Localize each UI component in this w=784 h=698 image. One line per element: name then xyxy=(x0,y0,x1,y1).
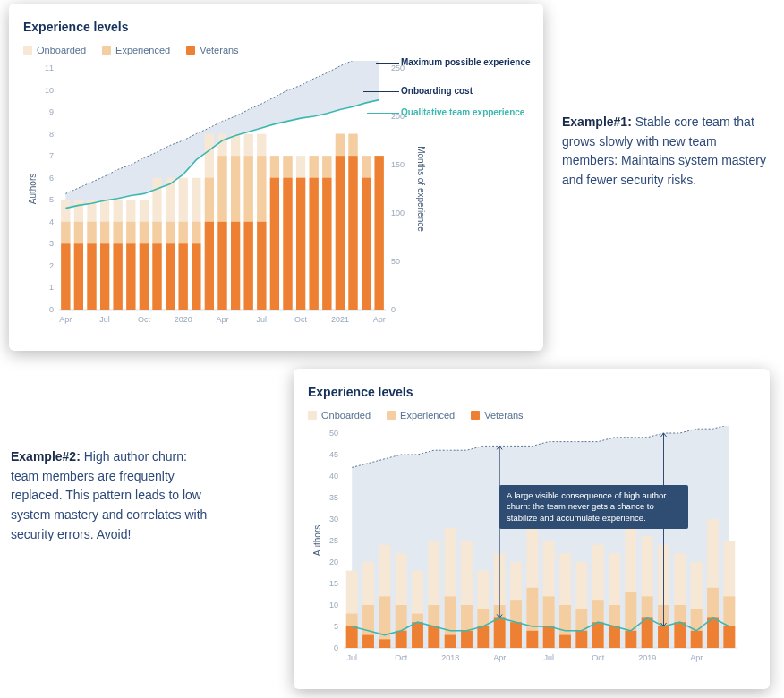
svg-text:Oct: Oct xyxy=(592,653,605,662)
annot-onboard-cost: Onboarding cost xyxy=(401,86,473,97)
svg-text:Jul: Jul xyxy=(346,653,357,662)
svg-text:0: 0 xyxy=(391,305,396,314)
svg-rect-168 xyxy=(346,626,358,648)
svg-text:Apr: Apr xyxy=(690,653,703,662)
annot-max-exp: Maximum possible experience xyxy=(401,57,531,68)
svg-rect-94 xyxy=(348,156,357,310)
chart-title: Experience levels xyxy=(308,385,755,399)
svg-rect-80 xyxy=(166,243,175,310)
svg-text:Jul: Jul xyxy=(257,315,268,324)
svg-rect-93 xyxy=(336,156,345,310)
swatch-experienced xyxy=(387,411,396,420)
svg-text:30: 30 xyxy=(329,515,338,524)
svg-rect-90 xyxy=(296,178,305,310)
svg-rect-76 xyxy=(114,243,123,310)
svg-rect-87 xyxy=(257,222,266,310)
svg-text:5: 5 xyxy=(49,195,54,204)
svg-rect-175 xyxy=(461,631,473,648)
svg-rect-174 xyxy=(445,635,456,648)
svg-rect-95 xyxy=(362,178,371,310)
svg-text:35: 35 xyxy=(329,493,338,502)
swatch-onboarded xyxy=(308,411,317,420)
svg-rect-75 xyxy=(100,243,109,310)
svg-text:5: 5 xyxy=(334,622,338,631)
svg-text:1: 1 xyxy=(49,283,54,292)
svg-rect-88 xyxy=(270,178,279,310)
svg-text:2018: 2018 xyxy=(441,653,459,662)
svg-rect-74 xyxy=(87,243,96,310)
svg-text:Authors: Authors xyxy=(312,525,322,556)
svg-rect-180 xyxy=(543,626,555,648)
svg-rect-187 xyxy=(658,626,669,648)
svg-rect-181 xyxy=(559,635,571,648)
svg-rect-190 xyxy=(707,617,719,648)
svg-text:Oct: Oct xyxy=(395,653,408,662)
tooltip-churn: A large visible consequence of high auth… xyxy=(499,485,688,529)
svg-rect-172 xyxy=(412,622,423,648)
svg-rect-85 xyxy=(231,222,240,310)
svg-marker-119 xyxy=(352,426,729,648)
chart-svg-2: 05101520253035404550AuthorsJulOct2018Apr… xyxy=(308,426,746,668)
svg-rect-179 xyxy=(526,631,538,648)
svg-rect-189 xyxy=(691,631,703,648)
svg-text:0: 0 xyxy=(49,305,54,314)
svg-text:2021: 2021 xyxy=(331,315,349,324)
legend-item-veterans: Veterans xyxy=(471,410,523,421)
svg-rect-73 xyxy=(74,243,83,310)
swatch-onboarded xyxy=(23,46,32,55)
svg-text:7: 7 xyxy=(49,151,54,160)
svg-text:45: 45 xyxy=(329,450,338,459)
legend-item-experienced: Experienced xyxy=(387,410,455,421)
svg-text:50: 50 xyxy=(391,257,400,266)
svg-text:Jul: Jul xyxy=(99,315,110,324)
caption-ex2: Example#2: High author churn: team membe… xyxy=(11,447,217,544)
legend-item-onboarded: Onboarded xyxy=(23,45,86,55)
legend-item-onboarded: Onboarded xyxy=(308,410,371,421)
svg-text:2019: 2019 xyxy=(638,653,656,662)
svg-rect-191 xyxy=(723,626,735,648)
svg-text:3: 3 xyxy=(49,239,54,248)
svg-text:9: 9 xyxy=(49,107,54,116)
svg-text:Apr: Apr xyxy=(216,315,228,324)
svg-text:8: 8 xyxy=(49,130,54,139)
svg-rect-177 xyxy=(494,617,506,648)
svg-text:15: 15 xyxy=(329,579,338,588)
svg-rect-91 xyxy=(310,178,319,310)
svg-rect-77 xyxy=(126,243,135,310)
caption-ex1: Example#1: Stable core team that grows s… xyxy=(562,113,768,191)
chart-svg-1: 01234567891011Authors050100150200250Mont… xyxy=(23,61,520,329)
svg-rect-170 xyxy=(379,639,390,648)
svg-text:Oct: Oct xyxy=(294,315,308,324)
svg-text:Months of experience: Months of experience xyxy=(416,146,426,232)
svg-text:Authors: Authors xyxy=(28,174,38,204)
svg-rect-185 xyxy=(625,631,636,648)
svg-rect-79 xyxy=(152,243,161,310)
svg-text:2020: 2020 xyxy=(175,315,192,324)
svg-text:25: 25 xyxy=(329,536,338,545)
chart-card-2: Experience levels Onboarded Experienced … xyxy=(294,369,770,689)
svg-rect-184 xyxy=(609,626,620,648)
svg-rect-173 xyxy=(428,626,439,648)
svg-text:10: 10 xyxy=(45,86,54,95)
chart-title: Experience levels xyxy=(23,20,529,34)
svg-rect-83 xyxy=(205,222,214,310)
svg-text:Oct: Oct xyxy=(138,315,151,324)
svg-text:Jul: Jul xyxy=(543,653,554,662)
svg-text:11: 11 xyxy=(45,64,54,72)
svg-text:50: 50 xyxy=(329,429,338,438)
svg-rect-81 xyxy=(179,243,188,310)
svg-rect-84 xyxy=(217,222,226,310)
svg-text:10: 10 xyxy=(329,600,338,609)
svg-text:150: 150 xyxy=(391,160,405,169)
svg-text:6: 6 xyxy=(49,174,54,183)
svg-rect-183 xyxy=(592,622,604,648)
svg-text:40: 40 xyxy=(329,472,338,481)
svg-rect-178 xyxy=(510,622,522,648)
svg-rect-182 xyxy=(575,631,587,648)
svg-text:Apr: Apr xyxy=(493,653,506,662)
svg-rect-89 xyxy=(283,178,292,310)
svg-rect-176 xyxy=(477,626,489,648)
svg-rect-96 xyxy=(375,156,384,310)
svg-rect-86 xyxy=(244,222,253,310)
chart-card-1: Experience levels Onboarded Experienced … xyxy=(9,4,543,351)
